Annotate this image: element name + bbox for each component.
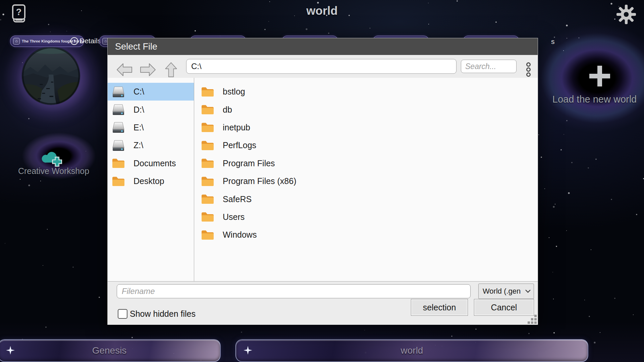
list-item[interactable]: C:\ bbox=[108, 83, 194, 101]
list-item[interactable]: inetpub bbox=[194, 119, 538, 136]
forward-button[interactable] bbox=[139, 62, 157, 78]
genesis-label: Genesis bbox=[92, 345, 127, 356]
list-item-label: Users bbox=[223, 212, 245, 222]
show-hidden-label: Show hidden files bbox=[130, 309, 196, 319]
list-item[interactable]: Z:\ bbox=[108, 136, 194, 154]
folder-icon bbox=[201, 121, 214, 134]
folder-icon bbox=[201, 103, 214, 116]
list-item[interactable]: PerfLogs bbox=[194, 136, 538, 154]
folder-icon bbox=[201, 228, 214, 242]
folder-icon bbox=[112, 175, 125, 188]
folder-icon bbox=[201, 210, 214, 224]
list-item-label: E:\ bbox=[133, 123, 144, 132]
list-item-label: Program Files (x86) bbox=[223, 176, 297, 186]
list-item-label: Program Files bbox=[223, 159, 275, 168]
list-item[interactable]: Program Files (x86) bbox=[194, 172, 538, 190]
show-hidden-checkbox[interactable] bbox=[118, 309, 127, 319]
list-item-label: inetpub bbox=[223, 123, 250, 132]
starfield-background bbox=[0, 0, 1, 1]
list-item[interactable]: Users bbox=[194, 208, 538, 226]
folder-icon bbox=[201, 192, 214, 206]
list-item-label: Windows bbox=[223, 230, 257, 240]
house-badge-icon: ⌂ bbox=[13, 38, 20, 45]
list-item[interactable]: Program Files bbox=[194, 155, 538, 172]
manual-question-icon: ? bbox=[11, 4, 26, 23]
info-icon: ! bbox=[70, 37, 78, 45]
file-list: bstlog db inetpub PerfLogs bbox=[194, 78, 538, 281]
places-sidebar: C:\ D:\ E:\ bbox=[108, 78, 194, 281]
list-item-label: C:\ bbox=[133, 87, 144, 97]
folder-icon bbox=[201, 85, 214, 99]
genesis-button[interactable]: Genesis bbox=[0, 339, 221, 362]
list-item-label: Documents bbox=[133, 159, 176, 168]
list-item[interactable]: db bbox=[194, 101, 538, 118]
list-item[interactable]: Desktop bbox=[108, 172, 194, 190]
sparkle-icon bbox=[6, 346, 15, 355]
folder-icon bbox=[201, 139, 214, 152]
drive-icon bbox=[112, 103, 125, 116]
select-file-dialog: Select File bbox=[107, 38, 538, 325]
folder-icon bbox=[201, 175, 214, 188]
svg-text:?: ? bbox=[16, 7, 22, 17]
path-input[interactable] bbox=[186, 59, 457, 74]
selection-button-label: selection bbox=[423, 303, 456, 312]
dialog-title: Select File bbox=[108, 38, 538, 55]
drive-icon bbox=[112, 121, 125, 134]
chevron-down-icon bbox=[525, 290, 531, 293]
arrow-right-icon bbox=[139, 62, 157, 77]
list-item[interactable]: Documents bbox=[108, 155, 194, 172]
help-manual-button[interactable]: ? bbox=[11, 4, 26, 24]
page-title: world bbox=[0, 4, 644, 17]
world-details-button[interactable]: ! Details bbox=[70, 37, 101, 45]
list-item-label: db bbox=[223, 105, 232, 115]
file-type-value: World (.gen bbox=[479, 287, 525, 296]
dialog-content: C:\ D:\ E:\ bbox=[108, 78, 538, 281]
list-item[interactable]: SafeRS bbox=[194, 190, 538, 208]
folder-icon bbox=[112, 157, 125, 170]
back-button[interactable] bbox=[116, 62, 133, 78]
up-directory-button[interactable] bbox=[163, 62, 179, 79]
list-item[interactable]: D:\ bbox=[108, 101, 194, 118]
dialog-titlebar[interactable]: Select File bbox=[108, 38, 538, 55]
selection-button[interactable]: selection bbox=[411, 299, 468, 316]
sparkle-icon bbox=[244, 346, 252, 355]
list-item-label: bstlog bbox=[223, 87, 245, 97]
settings-button[interactable] bbox=[616, 5, 636, 25]
list-item-label: Z:\ bbox=[133, 140, 143, 150]
app-root: ? world ⌂ The Three Kingdoms fought for … bbox=[0, 0, 644, 362]
cancel-button-label: Cancel bbox=[491, 303, 517, 312]
cancel-button[interactable]: Cancel bbox=[474, 299, 534, 316]
hidden-details-text-fragment: s bbox=[551, 38, 555, 46]
list-item-label: Desktop bbox=[133, 176, 164, 186]
arrow-up-icon bbox=[163, 62, 179, 78]
list-item-label: D:\ bbox=[133, 105, 144, 115]
filename-input[interactable] bbox=[117, 284, 471, 298]
list-item[interactable]: bstlog bbox=[194, 83, 538, 101]
cloud-plus-icon bbox=[40, 147, 64, 167]
resize-grip[interactable] bbox=[528, 315, 537, 324]
more-options-button kebab-menu-icon[interactable] bbox=[526, 62, 531, 77]
arrow-left-icon bbox=[116, 62, 133, 77]
creative-workshop-label: Creative Workshop bbox=[8, 166, 99, 176]
folder-icon bbox=[201, 157, 214, 170]
list-item-label: PerfLogs bbox=[223, 140, 256, 150]
world-label: world bbox=[401, 345, 423, 356]
drive-icon bbox=[112, 139, 125, 152]
gear-icon bbox=[616, 5, 636, 24]
list-item[interactable]: Windows bbox=[194, 226, 538, 244]
drive-icon bbox=[112, 85, 125, 99]
load-new-world-label: Load the new world bbox=[550, 94, 639, 105]
list-item-label: SafeRS bbox=[223, 194, 252, 204]
search-input[interactable] bbox=[461, 60, 517, 73]
file-type-dropdown[interactable]: World (.gen bbox=[478, 284, 534, 299]
dialog-toolbar bbox=[108, 55, 538, 78]
creative-workshop-button[interactable] bbox=[40, 147, 64, 168]
world-button[interactable]: world bbox=[235, 339, 588, 362]
world-preview-globe[interactable] bbox=[21, 46, 80, 105]
list-item[interactable]: E:\ bbox=[108, 119, 194, 136]
details-label: Details bbox=[79, 37, 101, 45]
load-new-world-button plus-icon[interactable] bbox=[589, 66, 610, 86]
dialog-footer: World (.gen Show hidden files selection … bbox=[108, 281, 538, 325]
